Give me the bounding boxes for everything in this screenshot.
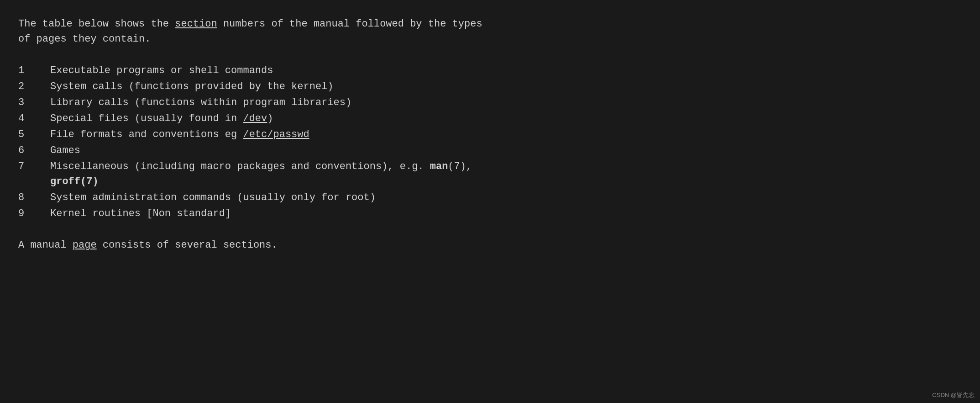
list-number-4: 4	[18, 111, 50, 126]
list-desc-5: File formats and conventions eg /etc/pas…	[50, 127, 309, 142]
list-item: 1 Executable programs or shell commands	[18, 63, 962, 78]
list-number-9: 9	[18, 206, 50, 221]
intro-line2: of pages they contain.	[18, 32, 962, 47]
list-item: 7 Miscellaneous (including macro package…	[18, 159, 962, 189]
conclusion-text-after: consists of several sections.	[97, 239, 278, 251]
list-desc-9: Kernel routines [Non standard]	[50, 206, 231, 221]
list-number-1: 1	[18, 63, 50, 78]
list-number-2: 2	[18, 79, 50, 94]
conclusion-paragraph: A manual page consists of several sectio…	[18, 238, 962, 253]
list-number-5: 5	[18, 127, 50, 142]
list-desc-8: System administration commands (usually …	[50, 190, 376, 205]
list-item: 6 Games	[18, 143, 962, 158]
list-desc-4: Special files (usually found in /dev)	[50, 111, 273, 126]
watermark: CSDN @皆先忘	[932, 391, 975, 400]
list-item: 4 Special files (usually found in /dev)	[18, 111, 962, 126]
intro-text-after: numbers of the manual followed by the ty…	[217, 18, 482, 30]
intro-paragraph: The table below shows the section number…	[18, 16, 962, 47]
section-link[interactable]: section	[175, 18, 217, 30]
list-desc-6: Games	[50, 143, 80, 158]
dev-link[interactable]: /dev	[243, 113, 267, 124]
intro-text-before: The table below shows the	[18, 18, 175, 30]
passwd-link[interactable]: /etc/passwd	[243, 129, 309, 140]
intro-line1: The table below shows the section number…	[18, 16, 962, 32]
list-desc-2: System calls (functions provided by the …	[50, 79, 334, 94]
page-link[interactable]: page	[73, 239, 97, 251]
list-number-6: 6	[18, 143, 50, 158]
groff-bold-link[interactable]: groff	[50, 176, 80, 187]
list-desc-3: Library calls (functions within program …	[50, 95, 351, 110]
list-desc-7-groff: groff(7)	[50, 174, 99, 189]
list-item: 2 System calls (functions provided by th…	[18, 79, 962, 94]
man-bold-link[interactable]: man	[430, 161, 448, 172]
list-item: 5 File formats and conventions eg /etc/p…	[18, 127, 962, 142]
list-desc-1: Executable programs or shell commands	[50, 63, 273, 78]
list-number-7: 7	[18, 159, 50, 174]
list-number-7-spacer	[18, 174, 50, 189]
list-desc-7: Miscellaneous (including macro packages …	[50, 159, 472, 174]
list-number-8: 8	[18, 190, 50, 205]
list-item: 8 System administration commands (usuall…	[18, 190, 962, 205]
section-list: 1 Executable programs or shell commands …	[18, 63, 962, 221]
list-item: 9 Kernel routines [Non standard]	[18, 206, 962, 221]
conclusion-text-before: A manual	[18, 239, 73, 251]
list-number-3: 3	[18, 95, 50, 110]
list-item: 3 Library calls (functions within progra…	[18, 95, 962, 110]
